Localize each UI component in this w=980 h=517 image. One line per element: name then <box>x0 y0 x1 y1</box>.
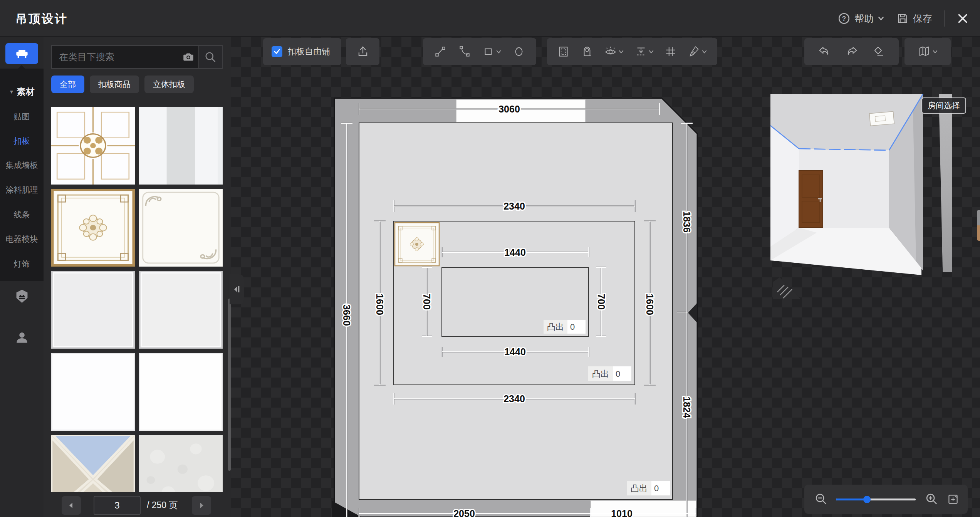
protrude-field-inner[interactable]: 凸出 0 <box>544 320 586 334</box>
page-number-input[interactable] <box>94 496 141 515</box>
check-icon <box>273 48 281 55</box>
filter-all[interactable]: 全部 <box>51 76 84 93</box>
zoom-slider-thumb[interactable] <box>863 496 871 503</box>
bottom-wall-opening <box>591 500 696 517</box>
room-select-button[interactable]: 房间选择 <box>921 97 966 114</box>
dim-inner-top: 1440 <box>504 247 526 258</box>
dim-inner-right: 700 <box>596 294 607 310</box>
panel-collapse-button[interactable] <box>230 274 244 304</box>
filter-3d-gusset[interactable]: 立体扣板 <box>144 76 194 93</box>
protrude-value: 0 <box>654 483 659 493</box>
line-tool-icon <box>434 45 447 58</box>
zoom-out-icon <box>814 492 828 506</box>
rect-tool[interactable] <box>482 38 502 65</box>
sidebar-item-tuliao[interactable]: 涂料肌理 <box>0 184 44 196</box>
material-brush-icon <box>688 45 701 58</box>
sidebar-item-dianqi[interactable]: 电器模块 <box>0 233 44 245</box>
model-library-button[interactable] <box>0 288 44 304</box>
zoom-slider-fill <box>836 499 867 500</box>
free-lay-checkbox[interactable] <box>272 46 282 57</box>
toolgroup-history <box>804 38 899 65</box>
rect-tool-icon <box>482 45 495 58</box>
measure-tool[interactable] <box>581 38 594 65</box>
left-rail: ▼ 素材 贴图 扣板 集成墙板 涂料肌理 线条 电器模块 灯饰 <box>0 37 44 517</box>
search-submit-button[interactable] <box>198 46 222 68</box>
undo-button[interactable] <box>817 38 831 65</box>
arc-tool[interactable] <box>458 38 471 65</box>
drop-height-tool[interactable] <box>634 38 654 65</box>
help-button[interactable]: ? 帮助 <box>837 12 884 25</box>
redo-icon <box>845 45 859 59</box>
material-thumbnail[interactable] <box>51 435 135 492</box>
next-page-button[interactable] <box>192 496 211 515</box>
protrude-field-outer[interactable]: 凸出 0 <box>627 481 670 495</box>
material-thumbnail[interactable] <box>139 271 223 349</box>
dim-right-lower: 1824 <box>681 396 692 418</box>
person-icon <box>14 330 30 345</box>
dim-top: 3060 <box>498 104 520 114</box>
design-canvas[interactable]: 扣板自由铺 <box>231 37 980 517</box>
sidebar-item-tietu[interactable]: 贴图 <box>0 111 44 123</box>
upload-button[interactable] <box>346 38 379 65</box>
close-button[interactable] <box>956 12 969 25</box>
ceiling-fixture <box>869 111 894 126</box>
save-button[interactable]: 保存 <box>896 12 932 25</box>
material-grid <box>51 107 223 492</box>
filter-chips: 全部 扣板商品 立体扣板 <box>51 76 194 93</box>
material-thumbnail[interactable] <box>51 107 135 185</box>
eye-icon <box>604 45 618 58</box>
door <box>799 171 823 228</box>
edge-panel-sliver <box>977 210 980 241</box>
toolgroup-freelay: 扣板自由铺 <box>263 38 341 65</box>
material-thumbnail[interactable] <box>51 271 135 349</box>
catalog-scrollbar[interactable] <box>228 299 231 471</box>
material-fill-tool[interactable] <box>688 38 707 65</box>
grid-toggle-tool[interactable] <box>664 38 677 65</box>
question-circle-icon: ? <box>837 12 851 25</box>
zoom-in-icon <box>925 492 939 506</box>
measure-tape-icon <box>581 45 594 58</box>
line-tool[interactable] <box>434 38 447 65</box>
preview-resize-handle[interactable] <box>773 277 800 299</box>
camera-icon <box>182 50 195 64</box>
ceiling-surface[interactable] <box>359 123 673 500</box>
material-thumbnail[interactable] <box>51 353 135 431</box>
zoom-slider[interactable] <box>836 499 916 500</box>
material-library-button[interactable] <box>5 43 38 64</box>
account-button[interactable] <box>0 330 44 345</box>
protrude-field-middle[interactable]: 凸出 0 <box>588 366 631 381</box>
material-thumbnail[interactable] <box>139 435 223 492</box>
image-search-button[interactable] <box>178 50 198 64</box>
protrude-label: 凸出 <box>631 483 648 493</box>
material-thumbnail[interactable] <box>139 189 223 267</box>
zoom-out-button[interactable] <box>814 492 828 506</box>
material-thumbnail[interactable] <box>139 353 223 431</box>
search-input[interactable] <box>52 46 178 68</box>
eraser-button[interactable] <box>872 38 886 65</box>
prev-page-button[interactable] <box>62 496 81 515</box>
topbar-divider <box>944 10 945 27</box>
material-thumbnail[interactable] <box>51 189 135 267</box>
sidebar-item-dengshi[interactable]: 灯饰 <box>0 258 44 270</box>
marquee-select-tool[interactable] <box>557 38 570 65</box>
circle-tool[interactable] <box>512 38 525 65</box>
redo-button[interactable] <box>845 38 859 65</box>
sidebar-item-xiantiao[interactable]: 线条 <box>0 208 44 221</box>
close-icon <box>956 12 969 25</box>
map-view-button[interactable] <box>918 38 938 65</box>
room-preview-3d[interactable] <box>770 94 925 299</box>
fit-screen-button[interactable] <box>946 493 960 506</box>
filter-gusset-products[interactable]: 扣板商品 <box>90 76 139 93</box>
sidebar-item-jicheng[interactable]: 集成墙板 <box>0 159 44 171</box>
visibility-tool[interactable] <box>604 38 624 65</box>
sidebar-item-koubán[interactable]: 扣板 <box>0 135 44 147</box>
map-icon <box>918 45 931 59</box>
hexagon-badge-icon <box>14 288 30 304</box>
section-header[interactable]: ▼ 素材 <box>0 86 44 98</box>
collapse-left-icon <box>233 284 241 295</box>
material-thumbnail[interactable] <box>139 107 223 185</box>
fit-screen-icon <box>946 493 960 506</box>
zoom-in-button[interactable] <box>925 492 939 506</box>
placed-ceiling-tile[interactable] <box>395 223 439 266</box>
chevron-down-icon <box>932 49 938 55</box>
